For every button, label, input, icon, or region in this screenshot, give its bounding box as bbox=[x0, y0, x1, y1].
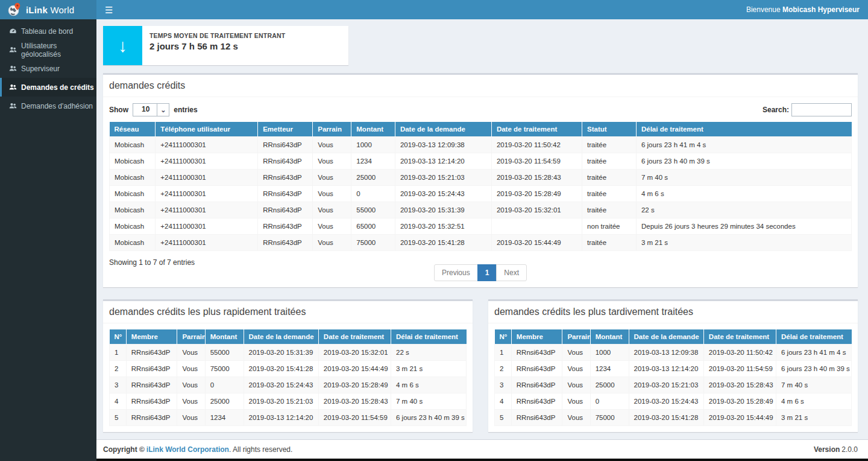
sidebar-item-label: Utilisateurs géolocalisés bbox=[21, 42, 96, 59]
sidebar-item-label: Demandes d'adhésion bbox=[21, 102, 93, 110]
page-length-select[interactable]: 10 ⌄ bbox=[133, 103, 169, 116]
table-cell: 2019-03-13 12:14:20 bbox=[244, 410, 318, 426]
table-cell: 5 bbox=[495, 410, 512, 426]
table-cell: Vous bbox=[313, 235, 351, 251]
table-cell: 0 bbox=[205, 377, 244, 393]
table-cell: 2019-03-20 15:28:49 bbox=[703, 393, 776, 410]
table-cell: Mobicash bbox=[110, 137, 156, 153]
table-cell: 2019-03-20 15:21:03 bbox=[629, 377, 703, 393]
app-logo[interactable]: iLink World bbox=[0, 0, 96, 19]
users-icon bbox=[9, 102, 17, 110]
table-cell: 2019-03-20 15:28:43 bbox=[318, 393, 391, 410]
table-row: Mobicash+24111000301RRnsi643dPVous650002… bbox=[110, 218, 852, 235]
table-cell: 2019-03-20 11:54:59 bbox=[703, 361, 776, 377]
previous-page-button[interactable]: Previous bbox=[434, 264, 478, 281]
column-header: N° bbox=[495, 329, 512, 345]
table-cell: 4 bbox=[495, 393, 512, 410]
table-cell: Mobicash bbox=[110, 170, 156, 186]
bottom-strip bbox=[96, 459, 868, 461]
table-cell: 0 bbox=[351, 186, 395, 202]
search-input[interactable] bbox=[791, 103, 852, 116]
table-cell: 7 m 40 s bbox=[776, 377, 852, 393]
column-header: Statut bbox=[582, 122, 637, 137]
table-cell: RRnsi643dP bbox=[258, 137, 313, 153]
column-header: Emetteur bbox=[258, 122, 313, 137]
sidebar-item-utilisateurs-geolocalises[interactable]: Utilisateurs géolocalisés bbox=[0, 40, 96, 59]
table-cell: RRnsi643dP bbox=[511, 361, 562, 377]
table-cell: 2019-03-20 15:28:49 bbox=[318, 377, 391, 393]
table-cell: 22 s bbox=[636, 202, 851, 218]
table-cell: 3 bbox=[495, 377, 512, 393]
table-cell: 2019-03-20 15:44:49 bbox=[491, 235, 582, 251]
table-cell: +24111000301 bbox=[156, 202, 258, 218]
table-cell: RRnsi643dP bbox=[258, 235, 313, 251]
page-1-button[interactable]: 1 bbox=[477, 264, 497, 281]
table-cell: 25000 bbox=[205, 393, 244, 410]
panel-title: demandes crédits les plus rapidement tra… bbox=[109, 307, 467, 317]
app-title: iLink World bbox=[26, 5, 74, 15]
panel-title: demandes crédits bbox=[109, 80, 852, 91]
fastest-table-header-row: N°MembreParrainMontantDate de la demande… bbox=[110, 329, 467, 345]
version-text: Version2.0.0 bbox=[814, 445, 858, 454]
table-cell: 2 bbox=[495, 361, 512, 377]
footer: Copyright ©iLink World Corporation. All … bbox=[96, 439, 868, 459]
table-cell: 2019-03-20 11:54:59 bbox=[318, 410, 391, 426]
table-cell: 25000 bbox=[590, 377, 629, 393]
table-cell: 4 bbox=[110, 393, 127, 410]
table-cell: +24111000301 bbox=[156, 137, 258, 153]
table-row: Mobicash+24111000301RRnsi643dPVous750002… bbox=[110, 235, 852, 251]
table-cell: Mobicash bbox=[110, 218, 156, 235]
slowest-table: N°MembreParrainMontantDate de la demande… bbox=[494, 329, 852, 426]
table-row: 5RRnsi643dPVous750002019-03-20 15:41:282… bbox=[495, 410, 852, 426]
table-cell: 3 m 21 s bbox=[636, 235, 851, 251]
search-label: Search: bbox=[763, 106, 789, 114]
table-cell: Mobicash bbox=[110, 153, 156, 170]
fastest-table: N°MembreParrainMontantDate de la demande… bbox=[109, 329, 467, 426]
table-cell: Mobicash bbox=[110, 202, 156, 218]
column-header: Montant bbox=[205, 329, 244, 345]
column-header: Membre bbox=[126, 329, 177, 345]
table-cell: 7 m 40 s bbox=[391, 393, 467, 410]
table-cell: 7 m 40 s bbox=[636, 170, 851, 186]
table-cell: 2019-03-20 15:32:51 bbox=[395, 218, 491, 235]
table-cell: 2019-03-20 15:31:39 bbox=[395, 202, 491, 218]
table-row: 4RRnsi643dPVous250002019-03-20 15:21:032… bbox=[110, 393, 467, 410]
column-header: Date de la demande bbox=[395, 122, 491, 137]
table-row: 2RRnsi643dPVous750002019-03-20 15:41:282… bbox=[110, 361, 467, 377]
table-cell: 2019-03-20 15:28:49 bbox=[491, 186, 582, 202]
sidebar-item-superviseur[interactable]: Superviseur bbox=[0, 59, 96, 78]
table-cell: 2019-03-20 15:31:39 bbox=[244, 345, 318, 361]
page-length-control: Show 10 ⌄ entries bbox=[109, 103, 198, 116]
sidebar-item-demandes-de-credits[interactable]: Demandes de crédits bbox=[0, 78, 96, 97]
table-cell: Mobicash bbox=[110, 235, 156, 251]
sidebar-item-tableau-de-bord[interactable]: Tableau de bord bbox=[0, 22, 96, 40]
table-row: 2RRnsi643dPVous12342019-03-13 12:14:2020… bbox=[495, 361, 852, 377]
table-cell: RRnsi643dP bbox=[258, 153, 313, 170]
sidebar-item-demandes-adhesion[interactable]: Demandes d'adhésion bbox=[0, 97, 96, 115]
table-cell: 6 jours 23 h 40 m 39 s bbox=[776, 361, 852, 377]
sidebar-toggle-icon[interactable]: ☰ bbox=[105, 5, 113, 14]
sidebar: Tableau de bord Utilisateurs géolocalisé… bbox=[0, 19, 96, 461]
table-cell: RRnsi643dP bbox=[258, 218, 313, 235]
column-header: Parrain bbox=[562, 329, 590, 345]
sidebar-menu: Tableau de bord Utilisateurs géolocalisé… bbox=[0, 22, 96, 115]
table-cell: Vous bbox=[177, 361, 205, 377]
company-link[interactable]: iLink World Corporation bbox=[146, 445, 229, 454]
table-cell: 2019-03-20 15:44:49 bbox=[703, 410, 776, 426]
table-cell: 3 bbox=[110, 377, 127, 393]
table-summary: Showing 1 to 7 of 7 entries bbox=[109, 258, 195, 267]
credits-table: RéseauTéléphone utilisateurEmetteurParra… bbox=[109, 122, 852, 251]
table-cell: Vous bbox=[313, 170, 351, 186]
table-cell: 1000 bbox=[590, 345, 629, 361]
table-cell bbox=[491, 218, 582, 235]
table-cell: Vous bbox=[313, 202, 351, 218]
table-cell: 2019-03-20 15:41:28 bbox=[395, 235, 491, 251]
table-cell: RRnsi643dP bbox=[511, 377, 562, 393]
table-cell: Vous bbox=[177, 393, 205, 410]
table-cell: traitée bbox=[582, 137, 637, 153]
table-cell: 2019-03-20 15:21:03 bbox=[244, 393, 318, 410]
table-row: Mobicash+24111000301RRnsi643dPVous250002… bbox=[110, 170, 852, 186]
stat-value: 2 jours 7 h 56 m 12 s bbox=[149, 41, 285, 51]
next-page-button[interactable]: Next bbox=[496, 264, 527, 281]
table-cell: Vous bbox=[562, 345, 590, 361]
